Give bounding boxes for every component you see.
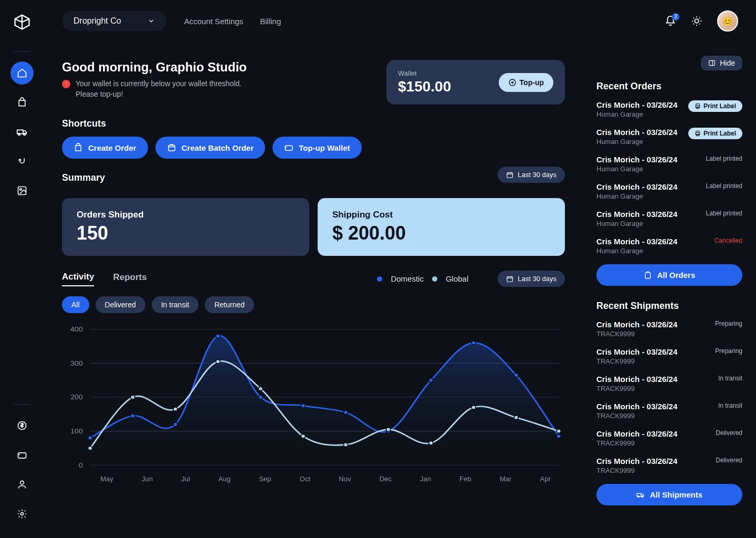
svg-rect-49 xyxy=(709,60,715,65)
svg-point-34 xyxy=(471,341,476,345)
recent-orders-heading: Recent Orders xyxy=(596,81,742,92)
nav-billing[interactable] xyxy=(10,414,34,437)
order-row[interactable]: Cris Morich - 03/26/24Human GaragePrint … xyxy=(596,128,742,146)
nav-media[interactable] xyxy=(10,179,34,202)
all-orders-button[interactable]: All Orders xyxy=(596,264,742,286)
shipment-row[interactable]: Cris Morich - 03/26/24TRACK9999Preparing xyxy=(596,347,742,365)
page-title: Good morning, Graphio Studio xyxy=(62,60,251,75)
shortcut-topup-wallet[interactable]: Top-up Wallet xyxy=(272,137,361,159)
x-tick: Sep xyxy=(259,475,271,483)
x-tick: Jun xyxy=(142,475,153,483)
shipment-row[interactable]: Cris Morich - 03/26/24TRACK9999Preparing xyxy=(596,320,742,338)
nav-returns[interactable] xyxy=(10,150,34,173)
nav-orders[interactable] xyxy=(10,91,34,114)
order-status: Cancelled xyxy=(715,237,742,244)
notifications-button[interactable]: 2 xyxy=(665,15,676,27)
svg-point-25 xyxy=(88,436,92,440)
shipment-title: Cris Morich - 03/26/24 xyxy=(596,457,677,465)
card-value: $ 200.00 xyxy=(332,222,550,244)
nav-dashboard[interactable] xyxy=(10,61,34,85)
svg-point-44 xyxy=(386,428,391,432)
svg-point-40 xyxy=(216,359,220,364)
svg-point-59 xyxy=(642,496,643,498)
chip-delivered[interactable]: Delivered xyxy=(96,296,145,313)
chart-range[interactable]: Last 30 days xyxy=(498,271,565,287)
svg-rect-6 xyxy=(18,453,26,458)
order-row[interactable]: Cris Morich - 03/26/24Human GarageLabel … xyxy=(596,210,742,227)
print-label-button[interactable]: Print Label xyxy=(688,128,742,139)
hide-label: Hide xyxy=(720,59,735,67)
shipment-row[interactable]: Cris Morich - 03/26/24TRACK9999Delivered xyxy=(596,429,742,447)
nav-wallet[interactable] xyxy=(10,443,34,467)
shipment-status: In transit xyxy=(718,375,742,382)
order-row[interactable]: Cris Morich - 03/26/24Human GarageLabel … xyxy=(596,182,742,200)
svg-point-30 xyxy=(301,404,305,408)
summary-range[interactable]: Last 30 days xyxy=(498,167,565,183)
wallet-label: Wallet xyxy=(398,69,451,77)
nav-account[interactable] xyxy=(10,473,34,496)
svg-text:200: 200 xyxy=(70,394,82,401)
order-row[interactable]: Cris Morich - 03/26/24Human GaragePrint … xyxy=(596,100,742,118)
svg-point-29 xyxy=(258,395,262,399)
card-shipping-cost: Shipping Cost $ 200.00 xyxy=(318,198,565,256)
card-label: Shipping Cost xyxy=(332,210,550,220)
chip-in-transit[interactable]: In transit xyxy=(152,296,199,313)
shipment-row[interactable]: Cris Morich - 03/26/24TRACK9999Delivered xyxy=(596,457,742,474)
order-title: Cris Morich - 03/26/24 xyxy=(596,155,677,164)
shipment-title: Cris Morich - 03/26/24 xyxy=(596,347,677,356)
tab-reports[interactable]: Reports xyxy=(113,272,146,286)
wallet-icon xyxy=(284,143,293,152)
x-tick: Feb xyxy=(459,475,471,483)
box-icon xyxy=(167,143,176,152)
logo[interactable] xyxy=(12,12,33,33)
shipment-row[interactable]: Cris Morich - 03/26/24TRACK9999In transi… xyxy=(596,375,742,392)
tab-activity[interactable]: Activity xyxy=(62,272,94,286)
order-status: Label printed xyxy=(706,155,742,162)
svg-text:0: 0 xyxy=(79,461,83,469)
legend-dot-global xyxy=(432,276,437,282)
shipment-row[interactable]: Cris Morich - 03/26/24TRACK9999In transi… xyxy=(596,402,742,420)
link-billing[interactable]: Billing xyxy=(260,17,281,26)
legend-domestic: Domestic xyxy=(391,274,424,283)
hide-panel-button[interactable]: Hide xyxy=(701,56,742,70)
button-label: All Shipments xyxy=(650,490,702,499)
shortcut-label: Create Batch Order xyxy=(182,143,254,152)
all-shipments-button[interactable]: All Shipments xyxy=(596,484,742,505)
svg-point-48 xyxy=(556,429,561,433)
org-selector[interactable]: Dropright Co xyxy=(62,11,166,31)
nav-settings[interactable] xyxy=(10,502,34,525)
svg-point-38 xyxy=(131,395,135,399)
svg-point-8 xyxy=(21,513,24,515)
legend-dot-domestic xyxy=(377,276,382,282)
avatar[interactable]: 😊 xyxy=(717,11,738,32)
chip-all[interactable]: All xyxy=(62,296,89,313)
svg-point-47 xyxy=(514,416,518,420)
order-row[interactable]: Cris Morich - 03/26/24Human GarageCancel… xyxy=(596,237,742,255)
print-label-button[interactable]: Print Label xyxy=(688,100,742,112)
svg-rect-13 xyxy=(507,172,513,177)
divider xyxy=(14,404,30,405)
warning-icon: ! xyxy=(62,80,70,88)
chip-returned[interactable]: Returned xyxy=(205,296,254,313)
shortcut-label: Top-up Wallet xyxy=(299,143,350,152)
topup-button[interactable]: Top-up xyxy=(499,73,553,92)
svg-point-4 xyxy=(20,189,22,190)
shortcut-create-batch[interactable]: Create Batch Order xyxy=(155,137,266,159)
svg-rect-56 xyxy=(645,272,650,278)
chevron-down-icon xyxy=(148,17,155,25)
svg-point-58 xyxy=(638,496,639,498)
link-account-settings[interactable]: Account Settings xyxy=(184,17,244,26)
order-title: Cris Morich - 03/26/24 xyxy=(596,100,677,109)
shortcut-create-order[interactable]: Create Order xyxy=(62,137,148,159)
order-status: Label printed xyxy=(706,210,742,217)
order-row[interactable]: Cris Morich - 03/26/24Human GarageLabel … xyxy=(596,155,742,173)
summary-heading: Summary xyxy=(62,172,105,183)
svg-text:300: 300 xyxy=(70,359,82,367)
svg-point-46 xyxy=(471,406,476,410)
activity-chart: 0100200300400 xyxy=(62,324,565,471)
order-status: Label printed xyxy=(706,182,742,190)
panel-icon xyxy=(708,59,716,67)
order-title: Cris Morich - 03/26/24 xyxy=(596,182,677,191)
theme-toggle[interactable] xyxy=(691,15,702,27)
nav-shipping[interactable] xyxy=(10,120,34,143)
